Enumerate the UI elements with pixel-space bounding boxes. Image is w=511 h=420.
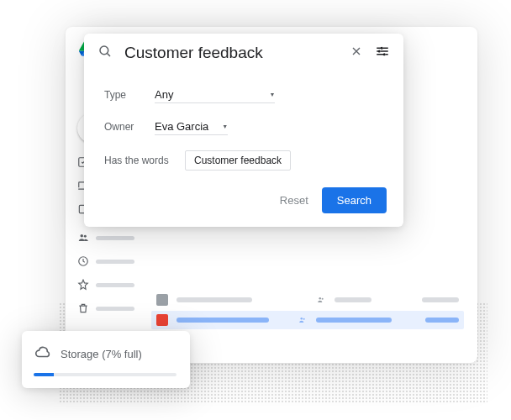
sidebar-item-trash[interactable] (77, 302, 134, 314)
file-icon (156, 314, 168, 326)
file-icon (156, 294, 168, 306)
svg-point-5 (319, 297, 322, 300)
sidebar-item-starred[interactable] (77, 279, 134, 291)
search-icon (97, 44, 113, 62)
filter-owner-row: Owner Eva Garcia ▼ (104, 118, 383, 135)
svg-point-11 (378, 50, 381, 53)
storage-label: Storage (7% full) (61, 348, 142, 360)
shared-icon (298, 316, 308, 324)
svg-point-9 (100, 46, 108, 55)
search-bar (84, 34, 403, 73)
sidebar-item-recent[interactable] (77, 255, 134, 267)
filter-type-label: Type (104, 89, 140, 101)
storage-progress (34, 373, 176, 376)
star-icon (77, 279, 89, 291)
shared-icon (316, 296, 326, 304)
filter-type-row: Type Any ▼ (104, 87, 383, 103)
filter-type-dropdown[interactable]: Any ▼ (155, 87, 275, 103)
clock-icon (77, 255, 89, 267)
search-input[interactable] (124, 44, 338, 62)
filter-words-label: Has the words (104, 155, 170, 166)
svg-point-8 (303, 318, 305, 320)
people-icon (77, 232, 89, 244)
chevron-down-icon: ▼ (222, 123, 228, 129)
filter-owner-value: Eva Garcia (155, 120, 208, 133)
svg-point-2 (81, 234, 84, 238)
sidebar-item-people[interactable] (77, 232, 134, 244)
storage-progress-fill (34, 373, 54, 376)
storage-card[interactable]: Storage (7% full) (22, 331, 190, 388)
svg-point-3 (84, 235, 87, 238)
svg-point-6 (322, 298, 324, 300)
results-list (156, 294, 459, 326)
reset-button[interactable]: Reset (280, 194, 308, 207)
cloud-icon (34, 343, 52, 365)
search-panel: Type Any ▼ Owner Eva Garcia ▼ Has the wo… (84, 34, 403, 227)
search-button[interactable]: Search (322, 187, 387, 213)
list-row[interactable] (156, 294, 459, 306)
filter-owner-label: Owner (104, 121, 140, 133)
trash-icon (77, 302, 89, 314)
filter-owner-dropdown[interactable]: Eva Garcia ▼ (155, 118, 228, 135)
filter-type-value: Any (155, 88, 173, 101)
filter-words-chip[interactable]: Customer feedback (185, 150, 291, 171)
clear-icon[interactable] (350, 45, 363, 61)
svg-point-12 (383, 53, 386, 55)
svg-point-10 (381, 47, 383, 50)
list-row-selected[interactable] (151, 311, 464, 329)
tune-icon[interactable] (375, 44, 390, 62)
chevron-down-icon: ▼ (269, 92, 275, 97)
search-filters: Type Any ▼ Owner Eva Garcia ▼ Has the wo… (84, 73, 403, 181)
search-actions: Reset Search (84, 181, 403, 213)
svg-point-7 (301, 318, 303, 320)
filter-words-row: Has the words Customer feedback (104, 150, 383, 171)
